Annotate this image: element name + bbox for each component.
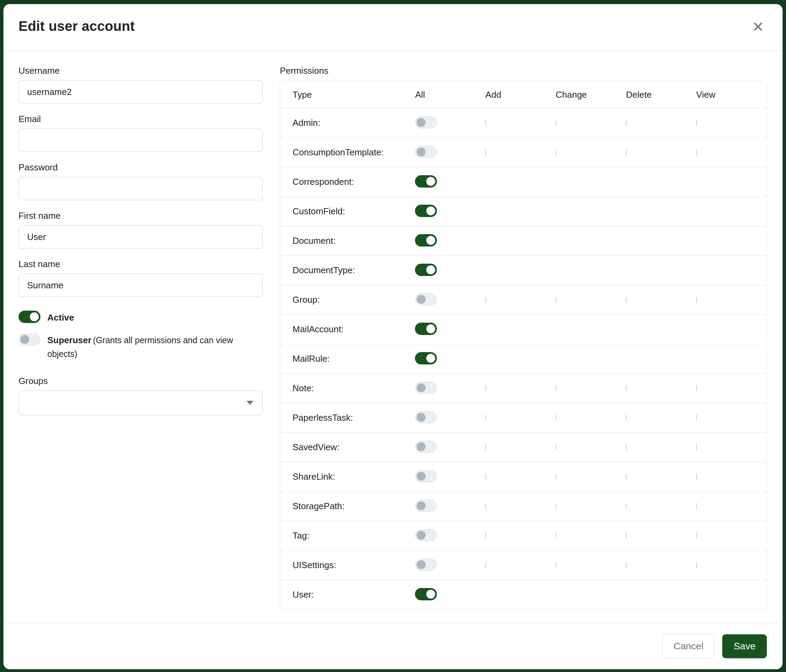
username-input[interactable] [19, 80, 263, 104]
permission-delete-checkbox[interactable] [626, 120, 627, 126]
permission-all-toggle[interactable] [415, 411, 437, 424]
permission-row: ShareLink: [280, 462, 766, 491]
permission-add-checkbox[interactable] [485, 444, 486, 451]
permission-row: DocumentType: [280, 256, 766, 285]
permission-change-checkbox[interactable] [556, 562, 556, 568]
permissions-table-header: TypeAllAddChangeDeleteView [280, 81, 766, 108]
last-name-input[interactable] [19, 273, 263, 297]
permission-all-toggle[interactable] [415, 470, 437, 482]
permission-view-checkbox[interactable] [696, 532, 697, 539]
active-toggle[interactable] [19, 311, 41, 323]
permission-type-label: PaperlessTask: [280, 413, 415, 423]
permission-delete-checkbox[interactable] [626, 562, 627, 568]
last-name-label: Last name [19, 259, 263, 270]
password-input[interactable] [19, 177, 263, 200]
permission-type-label: Document: [280, 236, 415, 246]
first-name-input[interactable] [19, 225, 263, 248]
superuser-toggle[interactable] [19, 333, 41, 345]
permission-all-toggle[interactable] [415, 264, 437, 276]
permission-add-checkbox[interactable] [485, 562, 486, 568]
permission-change-checkbox[interactable] [556, 385, 556, 391]
permission-view-checkbox[interactable] [696, 120, 697, 126]
permission-view-checkbox[interactable] [696, 149, 697, 155]
permission-view-checkbox[interactable] [696, 444, 697, 451]
permission-row: MailRule: [280, 344, 766, 374]
permission-type-label: StoragePath: [280, 501, 415, 512]
permission-all-toggle[interactable] [415, 559, 437, 571]
permission-view-checkbox[interactable] [696, 503, 697, 509]
permission-add-checkbox[interactable] [485, 297, 486, 303]
permission-delete-checkbox[interactable] [626, 532, 627, 539]
permission-view-checkbox[interactable] [696, 297, 697, 303]
permission-row: Group: [280, 285, 766, 314]
permission-delete-checkbox[interactable] [626, 385, 627, 391]
permission-type-label: MailRule: [280, 353, 415, 364]
permission-change-checkbox[interactable] [556, 532, 556, 539]
permissions-column-header: View [696, 89, 766, 100]
permission-change-checkbox[interactable] [556, 474, 556, 480]
permission-row: StoragePath: [280, 491, 766, 521]
permissions-column-header: All [415, 89, 485, 100]
permission-row: SavedView: [280, 432, 766, 462]
permission-add-checkbox[interactable] [485, 149, 486, 155]
permission-delete-checkbox[interactable] [626, 503, 627, 509]
permission-add-checkbox[interactable] [485, 503, 486, 509]
permission-view-checkbox[interactable] [696, 562, 697, 568]
permission-all-toggle[interactable] [415, 441, 437, 453]
permission-all-toggle[interactable] [415, 146, 437, 158]
permission-row: Correspondent: [280, 167, 766, 196]
permission-view-checkbox[interactable] [696, 385, 697, 391]
permission-all-toggle[interactable] [415, 382, 437, 394]
permission-type-label: MailAccount: [280, 324, 415, 334]
permission-change-checkbox[interactable] [556, 503, 556, 509]
permission-delete-checkbox[interactable] [626, 474, 627, 480]
save-button[interactable]: Save [722, 634, 767, 658]
permission-change-checkbox[interactable] [556, 415, 556, 421]
permission-row: Note: [280, 374, 766, 403]
permission-row: Tag: [280, 521, 766, 550]
email-input[interactable] [19, 129, 263, 152]
cancel-button[interactable]: Cancel [662, 634, 715, 658]
modal-title: Edit user account [19, 19, 135, 34]
permission-change-checkbox[interactable] [556, 444, 556, 451]
permissions-table-body: Admin:ConsumptionTemplate:Correspondent:… [280, 108, 766, 609]
permission-all-toggle[interactable] [415, 588, 437, 600]
permission-type-label: User: [280, 589, 415, 600]
groups-select[interactable] [19, 391, 263, 415]
permission-add-checkbox[interactable] [485, 532, 486, 539]
permission-all-toggle[interactable] [415, 323, 437, 335]
permission-all-toggle[interactable] [415, 352, 437, 364]
permission-add-checkbox[interactable] [485, 474, 486, 480]
permission-change-checkbox[interactable] [556, 120, 556, 126]
permission-type-label: Note: [280, 383, 415, 394]
permission-all-toggle[interactable] [415, 234, 437, 247]
permission-row: CustomField: [280, 196, 766, 226]
password-label: Password [19, 162, 263, 173]
user-form: Username Email Password First name Last … [19, 66, 263, 623]
permission-add-checkbox[interactable] [485, 415, 486, 421]
permission-all-toggle[interactable] [415, 293, 437, 306]
permission-delete-checkbox[interactable] [626, 149, 627, 155]
permission-delete-checkbox[interactable] [626, 415, 627, 421]
permission-all-toggle[interactable] [415, 175, 437, 188]
permission-type-label: Correspondent: [280, 177, 415, 187]
permission-delete-checkbox[interactable] [626, 444, 627, 451]
permission-all-toggle[interactable] [415, 116, 437, 129]
permission-type-label: Tag: [280, 531, 415, 541]
permissions-table: TypeAllAddChangeDeleteView Admin:Consump… [280, 81, 767, 609]
modal-footer: Cancel Save [3, 623, 783, 669]
permission-all-toggle[interactable] [415, 499, 437, 512]
permission-type-label: DocumentType: [280, 265, 415, 276]
modal-body: Username Email Password First name Last … [3, 51, 783, 623]
permission-all-toggle[interactable] [415, 529, 437, 542]
permission-change-checkbox[interactable] [556, 149, 556, 155]
permission-type-label: Admin: [280, 118, 415, 128]
permission-view-checkbox[interactable] [696, 415, 697, 421]
permission-all-toggle[interactable] [415, 205, 437, 217]
permission-delete-checkbox[interactable] [626, 297, 627, 303]
permission-add-checkbox[interactable] [485, 120, 486, 126]
permission-view-checkbox[interactable] [696, 474, 697, 480]
permission-change-checkbox[interactable] [556, 297, 556, 303]
close-icon[interactable]: ✕ [749, 19, 767, 36]
permission-add-checkbox[interactable] [485, 385, 486, 391]
